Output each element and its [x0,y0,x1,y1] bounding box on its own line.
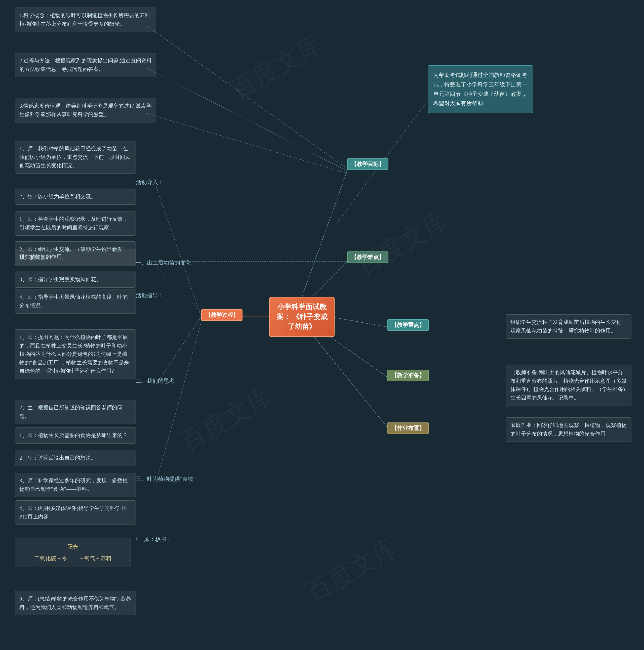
simen-item1: 1、师：提出问题：为什么植物的叶子都是平展的，而且在植株上交叉生长?植物的叶子和… [15,329,136,379]
huodong-after3: 3、师：指导学生观察实物凤仙花。 [15,272,136,288]
mindmap-container: 百度文库 百度文库 百度文库 百度文库 [0,0,644,650]
central-label: 小学科学面试教案： 《种子变成了幼苗》 [276,303,328,330]
summary: 6、师：(总结)植物的光合作用不仅为植物制造养料，还为我们人类和动物制造养料和氧… [15,591,136,615]
mubiao-item1: 1.科学概念：植物的绿叶可以制造植物生长所需要的养料;植物的叶在茎上分布有利于接… [15,7,156,32]
watermark-4: 百度文库 [300,530,404,610]
svg-line-6 [146,25,347,169]
simen-item2: 2、生：根据自己所知道的知识回答老师的问题。 [15,400,136,424]
shi-item1: 1、师：植物生长所需要的食物是从哪里来的？ [15,428,136,443]
shi-item2: 2、生：讨论后说出自己的想法。 [15,450,136,466]
formula-equation: 二氧化碳＋水——→氧气＋养料 [21,553,126,564]
huodong-daoru-label: 活动导入： [136,179,164,186]
tag-jiaoxue-zhunbei: 【教学准备】 [387,370,429,381]
formula-sunshine: 阳光 [21,542,126,552]
svg-line-7 [146,68,347,171]
svg-line-11 [156,266,201,312]
section3-label: 三、叶为植物提供"食物" [136,475,196,483]
intro-text: 为帮助考试顺利通过全国教师资格证考试，特整理了小学科学三年级下册第一单元第四节《… [433,72,527,106]
mubiao-item3: 3.情感态度价值观：体会到科学研究是艰辛的过程;激发学生像科学家那样从事研究科学… [15,98,156,122]
formula-box: 阳光 二氧化碳＋水——→氧气＋养料 [15,538,131,567]
huodong-after1: 1、师：检查学生的观察记录，及时进行反馈，引领学生在以后的时间里坚持进行观察。 [15,211,136,236]
watermark-1: 百度文库 [225,27,329,107]
section2-label: 二、我们的思考 [136,377,175,385]
svg-line-4 [302,322,387,428]
central-node: 小学科学面试教案： 《种子变成了幼苗》 [269,297,335,337]
banShu-label: 5、师：板书： [136,536,172,543]
svg-line-0 [302,171,347,297]
huodong-zhidao-label: 活动指导： [136,292,164,299]
zhunbei-content: （教师准备)刚出土的凤仙花嫩片、植物叶水平分布和垂直分布的照片、植物光合作用示意… [506,365,632,406]
tag-jiaoxue-mubiao: 【教学目标】 [347,158,388,170]
huodong-after4: 4、师：指导学生测量凤仙花植株的高度、叶的分布情况。 [15,289,136,314]
shi-item4: 4、师：(利用多媒体课件)指导学生学习科学书P11页上内容。 [15,500,136,525]
zuoye-content: 家庭作业：回家仔细地去观察一棵植物，观察植物的叶子分布的情况，思想植物的光合作用… [506,418,632,442]
section1-label: 一、出土后幼苗的变化 [136,259,191,266]
watermark-3: 百度文库 [174,380,278,459]
tag-jiaoxue-zhongdian: 【教学重点】 [387,319,429,331]
tag-jiaoxue-guocheng: 【教学过程】 [201,309,242,321]
shi-item3: 3、师：科学家经过多年的研究，发现：多数植物能自己制造"食物"——养料。 [15,473,136,497]
svg-line-12 [156,317,201,385]
zhongdian-content: 组织学生交流种子发育成幼苗后植物的生长变化、观察凤仙花幼苗的特征，研究植物叶的作… [506,314,632,339]
svg-line-13 [156,322,201,483]
tag-zuoye-buzhi: 【作业布置】 [387,423,429,434]
tag-jiaoxue-nandian: 【教学难点】 [347,251,388,263]
intro-box: 为帮助考试顺利通过全国教师资格证考试，特整理了小学科学三年级下册第一单元第四节《… [428,65,533,113]
mubiao-item2: 2.过程与方法：根据观察到的现象提出问题;通过查阅资料的方法收集信息、寻找问题的… [15,53,156,77]
watermark-2: 百度文库 [350,204,454,283]
huodong-daoru-item1: 1、师：我们种植的凤仙花已经变成了幼苗，在我们以小组为单位，重点交流一下前一段时… [15,141,136,174]
huodong-daoru-item2: 2、生：以小组为单位互相交流。 [15,189,136,205]
svg-line-8 [146,113,347,174]
huodong-after2: 2、师：组织学生交流。（鼓励学生说出新发现、新问题） [15,241,136,266]
